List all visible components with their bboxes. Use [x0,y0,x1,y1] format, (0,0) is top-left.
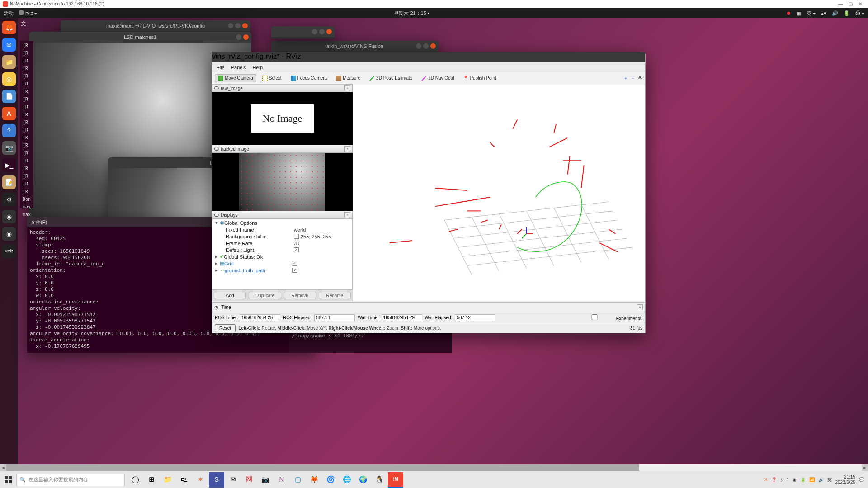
notifications-icon[interactable]: 💬 [859,477,864,482]
minimize-button[interactable]: — [835,1,845,6]
sogou-icon[interactable]: S [764,477,768,482]
global-status-item[interactable]: Global Status: Ok [224,254,292,260]
ros-elapsed-input[interactable] [314,314,355,321]
browser-icon[interactable]: 🌍 [355,472,371,488]
scrollbar-thumb[interactable] [6,464,639,471]
close-panel-icon[interactable]: ▫ [637,304,643,310]
battery-icon[interactable]: 🔋 [844,10,850,16]
global-options-item[interactable]: Global Options [224,220,292,226]
reset-button[interactable]: Reset [215,324,236,332]
displays-tree[interactable]: ▾◉ Global Options Fixed Frameworld Backg… [212,219,353,290]
battery-icon[interactable]: 🔋 [800,477,806,482]
app-icon[interactable]: S [209,472,224,488]
screenshot-icon[interactable]: 📷 [2,141,16,155]
experimental-checkbox[interactable]: Experimental [574,314,642,321]
ros-time-input[interactable] [240,314,280,321]
explorer-icon[interactable]: 📁 [160,472,175,488]
settings-icon[interactable]: ⚙ [2,193,16,206]
cortana-icon[interactable]: ◯ [127,472,143,488]
taskbar-clock[interactable]: 21:15 2022/6/25 [835,474,856,485]
focus-camera-button[interactable]: Focus Camera [288,74,330,82]
disk-icon[interactable]: ◉ [2,210,16,223]
volume-icon[interactable]: 🔊 [818,477,824,482]
bg-color-value[interactable]: 255; 255; 255 [301,234,331,239]
time-panel-header[interactable]: ◷ Time ▫ [212,302,645,312]
close-icon[interactable] [242,23,248,28]
close-panel-icon[interactable]: ▫ [344,146,350,152]
libreoffice-writer-icon[interactable]: 📄 [2,90,16,103]
network-icon[interactable]: ▴▾ [821,10,826,16]
unknown-window[interactable] [271,26,335,39]
tracked-image-panel-header[interactable]: 🖵 tracked image ▫ [212,145,353,153]
ground-truth-path-item[interactable]: ground_truth_path [225,268,292,273]
tray-icon[interactable]: ❓ [771,477,777,482]
pose-estimate-button[interactable]: 2D Pose Estimate [366,74,415,82]
nav-goal-button[interactable]: 2D Nav Goal [418,74,457,82]
close-icon[interactable] [430,43,436,49]
close-panel-icon[interactable]: ▫ [344,85,350,91]
help-icon[interactable]: ? [2,124,16,137]
menu-help[interactable]: Help [252,65,263,70]
minimize-icon[interactable] [236,34,241,40]
rviz-icon[interactable]: RViz [2,244,16,258]
displays-panel-header[interactable]: 🖵 Displays ▫ [212,211,353,219]
thunderbird-icon[interactable]: ✉ [2,38,16,52]
activities-button[interactable]: 活动 [4,10,14,17]
fixed-frame-value[interactable]: world [294,227,306,232]
rviz-titlebar[interactable]: vins_rviz_config.rviz* - RViz [212,52,645,62]
close-icon[interactable] [326,29,332,34]
app-icon[interactable]: ✶ [193,472,208,488]
language-indicator[interactable]: 英 [807,10,816,17]
minimize-icon[interactable] [416,43,421,49]
minimize-icon[interactable] [228,23,233,28]
location-icon[interactable]: ◉ [793,477,797,482]
rhythmbox-icon[interactable]: ◎ [2,72,16,86]
disk-icon-2[interactable]: ◉ [2,227,16,241]
text-editor-icon[interactable]: 📝 [2,175,16,189]
firefox-icon[interactable]: 🦊 [2,21,16,34]
calendar-icon[interactable]: ▦ [797,10,801,16]
onenote-icon[interactable]: N [274,472,289,488]
view-icon[interactable]: 👁 [638,76,642,81]
rviz-window[interactable]: vins_rviz_config.rviz* - RViz File Panel… [212,52,646,333]
bluetooth-icon[interactable]: ᛒ [780,477,783,482]
add-button[interactable]: Add [214,292,246,299]
rename-button[interactable]: Rename [319,292,351,299]
maximize-button[interactable]: ▢ [845,1,855,6]
duplicate-button[interactable]: Duplicate [249,292,281,299]
camera-icon[interactable]: 📷 [258,472,273,488]
frame-rate-value[interactable]: 30 [294,241,299,246]
volume-icon[interactable]: 🔊 [832,10,838,16]
remote-horizontal-scrollbar[interactable]: ◄ ► [0,464,868,471]
raw-image-panel-header[interactable]: 🖵 raw_image ▫ [212,84,353,92]
power-icon[interactable]: ⏻ [855,10,864,16]
nomachine-taskbar-icon[interactable]: !M [388,472,403,488]
app-menu[interactable]: rviz [19,10,37,16]
bg-color-swatch[interactable] [294,234,299,239]
plus-icon[interactable]: ＋ [623,75,628,81]
task-view-icon[interactable]: ⊞ [144,472,159,488]
clock-label[interactable]: 星期六 21：15 • [37,10,786,17]
ime-icon[interactable]: 英 [827,477,832,483]
gtpath-checkbox[interactable]: ✓ [292,268,297,273]
screen-record-icon[interactable]: ⏺ [786,10,791,16]
wifi-icon[interactable]: 📶 [809,477,815,482]
vins-fusion-window[interactable]: atkin_ws/src/VINS-Fusion [271,41,439,53]
close-icon[interactable] [243,34,249,40]
menu-panels[interactable]: Panels [231,65,246,70]
maximize-icon[interactable] [423,43,429,49]
store-icon[interactable]: 🛍 [176,472,192,488]
app-icon[interactable]: 🌀 [323,472,338,488]
firefox-icon[interactable]: 🦊 [307,472,322,488]
scroll-right-icon[interactable]: ► [862,464,868,471]
app-icon[interactable]: ▢ [290,472,306,488]
close-button[interactable]: ✕ [855,1,865,6]
rviz-3d-view[interactable] [353,84,645,301]
app-icon[interactable]: 网 [241,472,257,488]
software-icon[interactable]: A [2,107,16,120]
minimize-icon[interactable] [312,29,317,34]
start-button[interactable] [0,472,16,488]
grid-checkbox[interactable]: ✓ [292,261,297,266]
mail-icon[interactable]: ✉ [225,472,241,488]
qq-icon[interactable]: 🐧 [372,472,387,488]
